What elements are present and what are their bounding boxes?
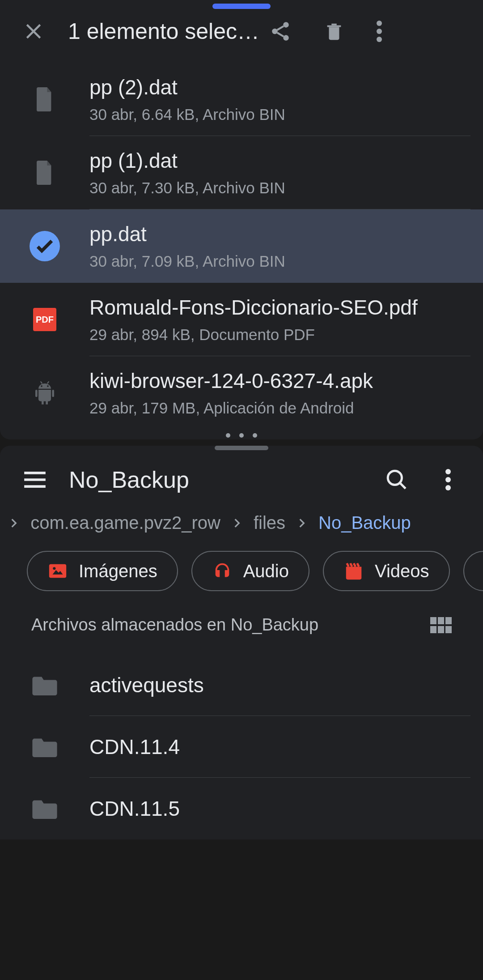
folder-row[interactable]: activequests bbox=[0, 654, 483, 716]
more-vert-icon bbox=[445, 469, 451, 490]
fm-header: No_Backup bbox=[0, 450, 483, 504]
share-icon bbox=[269, 20, 292, 43]
selection-pane: 1 elemento selec… pp (2).dat 30 abr, 6.6… bbox=[0, 0, 483, 439]
filter-chip[interactable] bbox=[463, 551, 483, 591]
svg-point-4 bbox=[377, 29, 382, 34]
svg-rect-9 bbox=[35, 390, 38, 397]
filter-chip[interactable]: Imágenes bbox=[27, 551, 178, 591]
android-icon bbox=[32, 380, 57, 405]
svg-point-0 bbox=[283, 22, 289, 27]
filter-chip[interactable]: Videos bbox=[323, 551, 450, 591]
selection-header: 1 elemento selec… bbox=[0, 0, 483, 63]
file-name: kiwi-browser-124-0-6327-4.apk bbox=[89, 369, 447, 393]
file-row[interactable]: kiwi-browser-124-0-6327-4.apk 29 abr, 17… bbox=[0, 356, 483, 430]
folder-row[interactable]: CDN.11.5 bbox=[0, 778, 483, 839]
close-icon bbox=[24, 21, 43, 41]
svg-rect-20 bbox=[430, 626, 436, 633]
breadcrumb: acom.ea.game.pvz2_rowfilesNo_Backup bbox=[0, 504, 483, 546]
file-row[interactable]: pp (1).dat 30 abr, 7.30 kB, Archivo BIN bbox=[0, 136, 483, 209]
status-pill bbox=[212, 4, 271, 9]
file-name: Romuald-Fons-Diccionario-SEO.pdf bbox=[89, 295, 447, 320]
share-button[interactable] bbox=[269, 20, 292, 43]
menu-button[interactable] bbox=[23, 471, 47, 489]
svg-point-13 bbox=[445, 477, 451, 482]
file-icon bbox=[35, 161, 55, 185]
chevron-right-icon bbox=[8, 517, 20, 529]
folder-name: activequests bbox=[89, 673, 204, 697]
chip-label: Audio bbox=[243, 561, 289, 581]
folder-row[interactable]: CDN.11.4 bbox=[0, 716, 483, 778]
svg-point-3 bbox=[377, 21, 382, 26]
svg-rect-10 bbox=[52, 390, 54, 397]
svg-rect-19 bbox=[445, 617, 452, 624]
more-button[interactable] bbox=[377, 21, 382, 42]
close-button[interactable] bbox=[18, 21, 49, 41]
file-name: pp (2).dat bbox=[89, 75, 447, 99]
view-toggle-button[interactable] bbox=[430, 617, 452, 633]
chevron-right-icon bbox=[231, 517, 243, 529]
section-label: Archivos almacenados en No_Backup bbox=[31, 615, 318, 635]
file-meta: 29 abr, 894 kB, Documento PDF bbox=[89, 326, 483, 344]
file-name: pp (1).dat bbox=[89, 149, 447, 173]
chip-icon bbox=[47, 561, 68, 581]
svg-point-7 bbox=[41, 385, 42, 387]
svg-point-12 bbox=[445, 469, 451, 474]
trash-icon bbox=[324, 21, 344, 42]
chip-icon bbox=[212, 561, 233, 581]
folder-icon bbox=[0, 798, 89, 819]
chevron-right-icon bbox=[296, 517, 308, 529]
file-meta: 29 abr, 179 MB, Aplicación de Android bbox=[89, 399, 483, 417]
chip-icon bbox=[343, 561, 364, 581]
pdf-icon: PDF bbox=[33, 308, 56, 331]
selection-title: 1 elemento selec… bbox=[68, 18, 269, 44]
chip-label: Imágenes bbox=[79, 561, 157, 581]
svg-rect-18 bbox=[438, 617, 444, 624]
folder-list: activequests CDN.11.4 CDN.11.5 bbox=[0, 654, 483, 839]
section-header: Archivos almacenados en No_Backup bbox=[0, 611, 483, 654]
svg-point-2 bbox=[283, 35, 289, 41]
drag-handle[interactable] bbox=[215, 446, 268, 450]
fm-title: No_Backup bbox=[69, 466, 386, 493]
more-vert-icon bbox=[377, 21, 382, 42]
grid-view-icon bbox=[430, 617, 452, 633]
file-row[interactable]: pp (2).dat 30 abr, 6.64 kB, Archivo BIN bbox=[0, 63, 483, 136]
svg-point-1 bbox=[272, 29, 278, 34]
fm-more-button[interactable] bbox=[445, 469, 451, 491]
check-icon bbox=[30, 231, 60, 261]
svg-point-8 bbox=[47, 385, 49, 387]
file-row[interactable]: PDF Romuald-Fons-Diccionario-SEO.pdf 29 … bbox=[0, 283, 483, 356]
chip-label: Videos bbox=[375, 561, 429, 581]
folder-name: CDN.11.5 bbox=[89, 797, 180, 821]
folder-name: CDN.11.4 bbox=[89, 735, 180, 759]
file-row[interactable]: pp.dat 30 abr, 7.09 kB, Archivo BIN bbox=[0, 209, 483, 283]
breadcrumb-crumb[interactable]: No_Backup bbox=[318, 513, 411, 533]
svg-point-16 bbox=[53, 567, 55, 570]
svg-point-14 bbox=[445, 485, 451, 490]
hamburger-icon bbox=[23, 471, 47, 489]
file-meta: 30 abr, 7.30 kB, Archivo BIN bbox=[89, 179, 483, 197]
file-meta: 30 abr, 7.09 kB, Archivo BIN bbox=[89, 252, 483, 270]
svg-rect-21 bbox=[438, 626, 444, 633]
svg-rect-15 bbox=[49, 564, 66, 578]
svg-rect-17 bbox=[430, 617, 436, 624]
filter-chips: ImágenesAudioVideos bbox=[0, 546, 483, 611]
filter-chip[interactable]: Audio bbox=[191, 551, 309, 591]
search-button[interactable] bbox=[386, 469, 408, 491]
svg-point-11 bbox=[388, 471, 402, 485]
folder-icon bbox=[0, 675, 89, 695]
breadcrumb-crumb[interactable]: com.ea.game.pvz2_row bbox=[30, 513, 220, 533]
file-meta: 30 abr, 6.64 kB, Archivo BIN bbox=[89, 106, 483, 124]
folder-icon bbox=[0, 737, 89, 757]
svg-rect-22 bbox=[445, 626, 452, 633]
file-name: pp.dat bbox=[89, 222, 447, 246]
delete-button[interactable] bbox=[324, 21, 344, 42]
file-icon bbox=[35, 87, 55, 111]
pane-indicator bbox=[0, 430, 483, 439]
search-icon bbox=[386, 469, 408, 491]
file-manager-pane: No_Backup acom.ea.game.pvz2_rowfilesNo_B… bbox=[0, 446, 483, 839]
file-list: pp (2).dat 30 abr, 6.64 kB, Archivo BIN … bbox=[0, 63, 483, 430]
svg-point-5 bbox=[377, 37, 382, 42]
breadcrumb-crumb[interactable]: files bbox=[254, 513, 285, 533]
